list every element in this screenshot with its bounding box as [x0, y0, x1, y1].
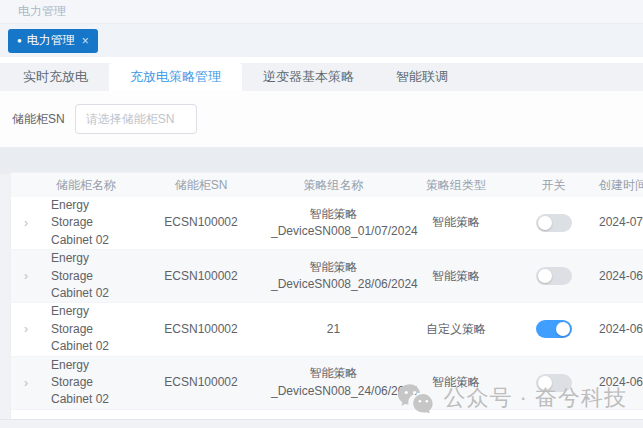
top-bar: 电力管理	[0, 0, 643, 24]
tab-chip-label: 电力管理	[27, 32, 75, 49]
strategy-table-card: 储能柜名称 储能柜SN 策略组名称 策略组类型 开关 创建时间 › Energy…	[10, 172, 643, 419]
group-type-cell: 智能策略	[396, 214, 516, 231]
table-row: › Energy Storage Cabinet 02 ECSN100002 智…	[11, 357, 643, 410]
cabinet-name-cell: Energy Storage Cabinet 02	[41, 357, 131, 409]
tab-bar: 实时充放电 充放电策略管理 逆变器基本策略 智能联调	[0, 63, 643, 91]
col-group-type: 策略组类型	[396, 177, 516, 194]
col-cabinet-name: 储能柜名称	[41, 177, 131, 194]
expand-row-icon[interactable]: ›	[11, 269, 41, 283]
tab-inverter-basic-strategy[interactable]: 逆变器基本策略	[242, 63, 375, 91]
section-gap	[0, 147, 643, 174]
power-management-page: 电力管理 ● 电力管理 × 实时充放电 充放电策略管理 逆变器基本策略 智能联调…	[0, 0, 643, 428]
group-type-cell: 自定义策略	[396, 321, 516, 338]
tab-chip-power-management[interactable]: ● 电力管理 ×	[8, 29, 98, 53]
cabinet-name-cell: Energy Storage Cabinet 02	[41, 197, 131, 249]
tab-realtime-charge[interactable]: 实时充放电	[2, 63, 109, 91]
cabinet-name-cell: Energy Storage Cabinet 02	[41, 250, 131, 302]
cabinet-sn-cell: ECSN100002	[131, 374, 271, 391]
table-header-row: 储能柜名称 储能柜SN 策略组名称 策略组类型 开关 创建时间	[11, 173, 643, 197]
group-name-cell: 21	[271, 321, 396, 338]
cabinet-sn-cell: ECSN100002	[131, 321, 271, 338]
col-cabinet-sn: 储能柜SN	[131, 177, 271, 194]
col-created: 创建时间	[591, 177, 643, 194]
table-row: › Energy Storage Cabinet 02 ECSN100002 智…	[11, 250, 643, 303]
cabinet-sn-cell: ECSN100002	[131, 214, 271, 231]
group-type-cell: 智能策略	[396, 374, 516, 391]
footer-strip	[0, 419, 643, 428]
col-switch: 开关	[516, 177, 591, 194]
table-body: › Energy Storage Cabinet 02 ECSN100002 智…	[11, 197, 643, 410]
active-dot-icon: ●	[17, 37, 22, 45]
cabinet-sn-cell: ECSN100002	[131, 268, 271, 285]
breadcrumb: 电力管理	[18, 3, 66, 20]
cabinet-sn-label: 储能柜SN	[12, 111, 65, 128]
filter-form: 储能柜SN	[0, 91, 643, 147]
tab-strategy-management[interactable]: 充放电策略管理	[109, 63, 242, 91]
row-switch[interactable]	[536, 214, 572, 232]
col-group-name: 策略组名称	[271, 177, 396, 194]
cabinet-name-cell: Energy Storage Cabinet 02	[41, 303, 131, 355]
created-cell: 2024-06-25	[591, 321, 643, 338]
table-row: › Energy Storage Cabinet 02 ECSN100002 2…	[11, 303, 643, 356]
cabinet-sn-input[interactable]	[75, 104, 197, 134]
row-switch[interactable]	[536, 267, 572, 285]
expand-row-icon[interactable]: ›	[11, 376, 41, 390]
group-name-cell: 智能策略 _DeviceSN008_24/06/2024	[271, 365, 396, 400]
table-row: › Energy Storage Cabinet 02 ECSN100002 智…	[11, 197, 643, 250]
created-cell: 2024-06-28	[591, 268, 643, 285]
expand-row-icon[interactable]: ›	[11, 216, 41, 230]
group-type-cell: 智能策略	[396, 268, 516, 285]
expand-row-icon[interactable]: ›	[11, 322, 41, 336]
row-switch[interactable]	[536, 374, 572, 392]
tab-smart-linkage[interactable]: 智能联调	[375, 63, 469, 91]
group-name-cell: 智能策略 _DeviceSN008_28/06/2024	[271, 259, 396, 294]
group-name-cell: 智能策略 _DeviceSN008_01/07/2024	[271, 206, 396, 241]
open-tabs-bar: ● 电力管理 ×	[0, 24, 643, 57]
created-cell: 2024-07-01	[591, 214, 643, 231]
created-cell: 2024-06-24	[591, 374, 643, 391]
close-icon[interactable]: ×	[82, 34, 89, 48]
row-switch[interactable]	[536, 320, 572, 338]
